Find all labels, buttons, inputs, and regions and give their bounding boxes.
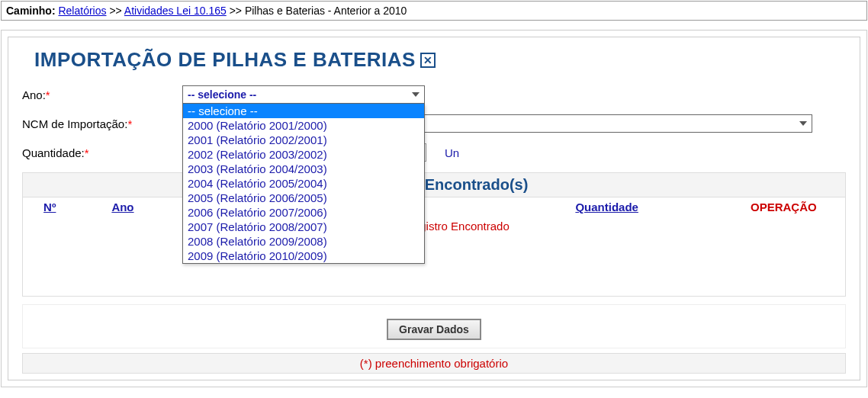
form-row-qtd: Quantidade:* Un [22, 143, 846, 162]
dropdown-option[interactable]: 2001 (Relatório 2002/2001) [183, 133, 424, 147]
chevron-down-icon [412, 92, 420, 97]
records-table: Nº Ano ção Quantidade OPERAÇÃO Nenhum Re… [22, 197, 846, 297]
form-row-ano: Ano:* -- selecione -- -- selecione -- 20… [22, 85, 846, 104]
dropdown-option[interactable]: 2006 (Relatório 2007/2006) [183, 205, 424, 220]
dropdown-option[interactable]: 2004 (Relatório 2005/2004) [183, 176, 424, 191]
dropdown-option[interactable]: 2005 (Relatório 2006/2005) [183, 191, 424, 205]
main-panel: IMPORTAÇÃO DE PILHAS E BATERIAS ✕ Ano:* … [1, 30, 867, 387]
table-header-row: Nº Ano ção Quantidade OPERAÇÃO [23, 197, 845, 217]
col-ano[interactable]: Ano [111, 201, 133, 213]
title-row: IMPORTAÇÃO DE PILHAS E BATERIAS ✕ [34, 48, 846, 72]
col-no[interactable]: Nº [43, 201, 56, 213]
breadcrumb-label: Caminho: [6, 5, 56, 17]
label-ano: Ano:* [22, 88, 182, 101]
unit-label: Un [445, 146, 459, 159]
col-qtd[interactable]: Quantidade [575, 201, 638, 213]
chevron-down-icon [799, 121, 807, 126]
select-ano-text: -- selecione -- [188, 88, 412, 101]
breadcrumb-current: Pilhas e Baterias - Anterior a 2010 [245, 5, 407, 17]
label-ncm: NCM de Importação:* [22, 117, 182, 130]
table-row: Nenhum Registro Encontrado [23, 217, 845, 236]
records-header: Registro(s) Encontrado(s) [22, 172, 846, 197]
footer-note: (*) preenchimento obrigatório [22, 353, 846, 374]
dropdown-option[interactable]: 2000 (Relatório 2001/2000) [183, 118, 424, 133]
button-bar: Gravar Dados [22, 304, 846, 348]
breadcrumb-sep: >> [230, 5, 242, 17]
dropdown-option[interactable]: 2003 (Relatório 2004/2003) [183, 162, 424, 176]
inner-panel: IMPORTAÇÃO DE PILHAS E BATERIAS ✕ Ano:* … [8, 37, 860, 380]
label-qtd: Quantidade:* [22, 146, 182, 159]
no-records-msg: Nenhum Registro Encontrado [23, 217, 845, 236]
dropdown-option[interactable]: 2008 (Relatório 2009/2008) [183, 234, 424, 249]
close-icon[interactable]: ✕ [420, 53, 436, 68]
breadcrumb-link-atividades[interactable]: Atividades Lei 10.165 [124, 5, 227, 17]
select-ano[interactable]: -- selecione -- [182, 85, 425, 104]
breadcrumb: Caminho: Relatórios >> Atividades Lei 10… [1, 1, 867, 21]
dropdown-option[interactable]: -- selecione -- [183, 104, 424, 118]
page-title: IMPORTAÇÃO DE PILHAS E BATERIAS [34, 48, 416, 72]
breadcrumb-link-relatorios[interactable]: Relatórios [58, 5, 106, 17]
dropdown-option[interactable]: 2002 (Relatório 2003/2002) [183, 147, 424, 162]
dropdown-option[interactable]: 2007 (Relatório 2008/2007) [183, 220, 424, 234]
breadcrumb-sep: >> [109, 5, 121, 17]
col-operacao: OPERAÇÃO [722, 197, 845, 217]
form-row-ncm: NCM de Importação:* [22, 114, 846, 133]
dropdown-option[interactable]: 2009 (Relatório 2010/2009) [183, 249, 424, 263]
dropdown-ano[interactable]: -- selecione -- 2000 (Relatório 2001/200… [182, 104, 425, 264]
save-button[interactable]: Gravar Dados [387, 319, 481, 340]
